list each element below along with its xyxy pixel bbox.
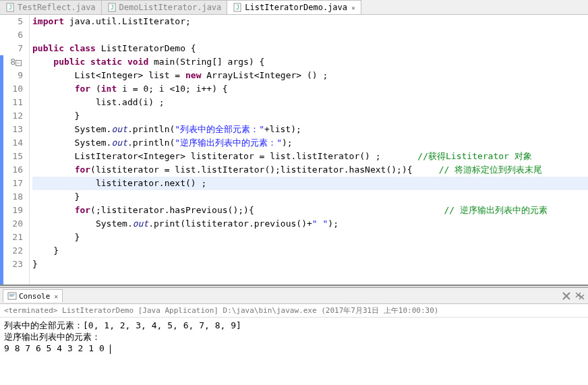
code-line: List<Integer> list = new ArrayList<Integ… bbox=[32, 69, 588, 82]
tab-demolistiterator[interactable]: J DemoListIterator.java bbox=[102, 0, 228, 14]
line-number: 9 bbox=[5, 69, 27, 82]
tab-label: DemoListIterator.java bbox=[119, 3, 222, 12]
console-status: <terminated> ListIteratorDemo [Java Appl… bbox=[0, 304, 588, 318]
java-file-icon: J bbox=[107, 3, 117, 12]
line-number: 21 bbox=[5, 231, 27, 244]
line-number: 11 bbox=[5, 96, 27, 109]
code-line: list.add(i) ; bbox=[32, 96, 588, 109]
code-line: for (int i = 0; i <10; i++) { bbox=[32, 82, 588, 96]
code-line: for(;listiterator.hasPrevious();){ // 逆序… bbox=[32, 204, 588, 217]
line-number: 22 bbox=[5, 244, 27, 258]
output-line: 列表中的全部元素：[0, 1, 2, 3, 4, 5, 6, 7, 8, 9] bbox=[4, 320, 584, 331]
code-line: import java.util.ListIterator; bbox=[32, 15, 588, 28]
fold-icon[interactable]: − bbox=[16, 60, 22, 66]
svg-text:J: J bbox=[236, 5, 239, 11]
console-tab[interactable]: Console ✕ bbox=[3, 289, 63, 302]
code-line: } bbox=[32, 190, 588, 204]
marker-column bbox=[0, 15, 5, 285]
editor-tabs: J TestReflect.java J DemoListIterator.ja… bbox=[0, 0, 588, 15]
line-number: 10 bbox=[5, 82, 27, 96]
console-icon bbox=[7, 291, 17, 301]
console-panel: Console ✕ <terminated> ListIteratorDemo … bbox=[0, 287, 588, 356]
console-output[interactable]: 列表中的全部元素：[0, 1, 2, 3, 4, 5, 6, 7, 8, 9] … bbox=[0, 318, 588, 356]
tab-listiteratordemo[interactable]: J ListIteratorDemo.java ✕ bbox=[227, 0, 361, 14]
code-line: public class ListIteratorDemo { bbox=[32, 42, 588, 55]
line-number: 20 bbox=[5, 217, 27, 231]
line-number: 5 bbox=[5, 15, 27, 28]
code-line: public static void main(String[] args) { bbox=[32, 55, 588, 69]
line-number: 23 bbox=[5, 258, 27, 271]
console-actions bbox=[561, 291, 585, 301]
code-line: System.out.println("逆序输出列表中的元素："); bbox=[32, 136, 588, 150]
close-icon[interactable]: ✕ bbox=[54, 293, 58, 300]
code-line: } bbox=[32, 258, 588, 271]
output-line: 9 8 7 6 5 4 3 2 1 0 bbox=[4, 343, 584, 354]
line-number: 12 bbox=[5, 109, 27, 123]
line-number: 8− bbox=[5, 55, 27, 69]
code-line-highlighted: listiterator.next() ; bbox=[32, 177, 588, 190]
java-file-icon: J bbox=[233, 3, 242, 12]
line-number: 19 bbox=[5, 204, 27, 217]
console-tab-bar: Console ✕ bbox=[0, 288, 588, 304]
code-line: System.out.print(listiterator.previous()… bbox=[32, 217, 588, 231]
output-line: 逆序输出列表中的元素： bbox=[4, 331, 584, 343]
code-line: } bbox=[32, 244, 588, 258]
tab-label: TestReflect.java bbox=[18, 3, 96, 12]
close-icon[interactable]: ✕ bbox=[351, 4, 355, 11]
code-area[interactable]: import java.util.ListIterator; public cl… bbox=[30, 15, 588, 285]
code-line: } bbox=[32, 231, 588, 244]
svg-text:J: J bbox=[9, 5, 12, 11]
code-line: } bbox=[32, 109, 588, 123]
line-number: 15 bbox=[5, 150, 27, 163]
line-number: 17 bbox=[5, 177, 27, 190]
text-cursor bbox=[110, 345, 111, 354]
code-line: for(listiterator = list.listIterator();l… bbox=[32, 163, 588, 177]
tab-testreflect[interactable]: J TestReflect.java bbox=[0, 0, 102, 14]
line-number: 7 bbox=[5, 42, 27, 55]
remove-all-icon[interactable] bbox=[575, 291, 585, 301]
line-number: 6 bbox=[5, 28, 27, 42]
line-number-gutter: 5 6 7 8− 9 10 11 12 13 14 15 16 17 18 19… bbox=[5, 15, 30, 285]
line-number: 13 bbox=[5, 123, 27, 136]
line-number: 18 bbox=[5, 190, 27, 204]
code-line bbox=[32, 28, 588, 42]
line-number: 16 bbox=[5, 163, 27, 177]
remove-launch-icon[interactable] bbox=[561, 291, 572, 301]
svg-text:J: J bbox=[111, 5, 114, 11]
code-line: ListIterator<Integer> listiterator = lis… bbox=[32, 150, 588, 163]
code-editor[interactable]: 5 6 7 8− 9 10 11 12 13 14 15 16 17 18 19… bbox=[0, 15, 588, 285]
java-file-icon: J bbox=[5, 3, 15, 12]
code-line: System.out.println("列表中的全部元素："+list); bbox=[32, 123, 588, 136]
tab-label: ListIteratorDemo.java bbox=[245, 3, 347, 12]
console-tab-label: Console bbox=[19, 292, 50, 301]
line-number: 14 bbox=[5, 136, 27, 150]
